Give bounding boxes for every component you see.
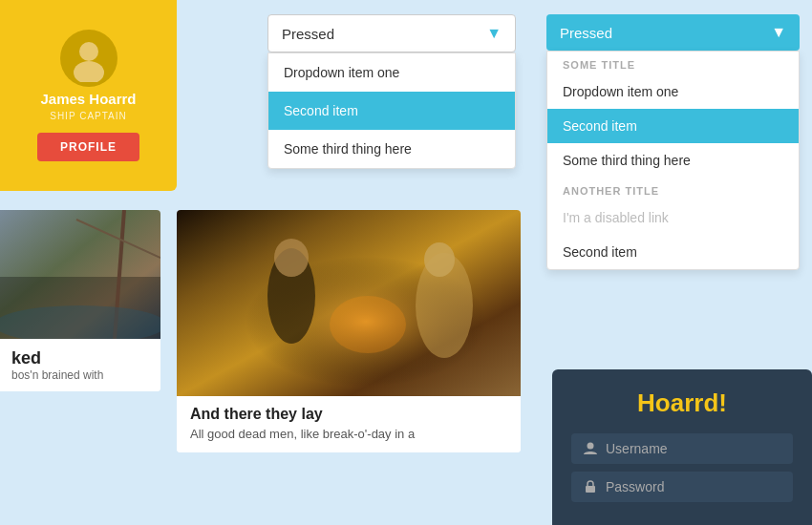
profile-button[interactable]: PROFILE [37, 133, 139, 161]
dropdown-simple-menu: Dropdown item one Second item Some third… [267, 52, 516, 169]
sec-item-3[interactable]: Some third thing here [547, 143, 799, 178]
svg-point-6 [0, 305, 160, 339]
svg-rect-15 [586, 486, 595, 493]
card-2-image [177, 210, 521, 396]
card-1-image [0, 210, 160, 339]
dropdown-sectioned-selected: Pressed [560, 25, 612, 41]
login-title: Hoarrd! [571, 388, 793, 418]
profile-card: James Hoarrd SHIP CAPTAIN PROFILE [0, 0, 177, 191]
password-input-wrap [571, 472, 793, 502]
chevron-down-icon-2: ▼ [771, 24, 786, 41]
dropdown-item-1[interactable]: Dropdown item one [268, 53, 515, 92]
section-title-1: SOME TITLE [547, 52, 799, 74]
card-2: And there they lay All good dead men, li… [177, 210, 521, 452]
section-title-2: ANOTHER TITLE [547, 178, 799, 200]
sec-item-disabled: I'm a disabled link [547, 200, 799, 235]
svg-point-14 [588, 443, 594, 450]
sec-item-1[interactable]: Dropdown item one [547, 74, 799, 109]
svg-point-12 [424, 242, 455, 277]
sec-item-2[interactable]: Second item [547, 109, 799, 143]
profile-name: James Hoarrd [40, 91, 136, 107]
login-box: Hoarrd! [552, 369, 812, 525]
card-1-body: ked bos'n brained with [0, 339, 160, 391]
dropdown-item-2[interactable]: Second item [268, 92, 515, 130]
profile-title: SHIP CAPTAIN [50, 111, 127, 121]
card-1-tag: ked [11, 348, 149, 368]
card-1: ked bos'n brained with [0, 210, 160, 391]
card-2-text: All good dead men, like break-o'-day in … [190, 427, 507, 441]
sec-item-4[interactable]: Second item [547, 235, 799, 269]
svg-point-10 [274, 239, 309, 277]
svg-point-13 [330, 296, 406, 353]
svg-point-0 [79, 42, 98, 61]
username-input-wrap [571, 433, 793, 464]
password-input[interactable] [606, 479, 781, 494]
painting-2-svg [177, 210, 521, 396]
dropdown-simple-selected: Pressed [282, 26, 334, 42]
dropdown-simple-trigger[interactable]: Pressed ▼ [267, 14, 516, 52]
card-2-body: And there they lay All good dead men, li… [177, 396, 521, 452]
username-input[interactable] [606, 441, 781, 456]
avatar-icon [65, 34, 113, 82]
painting-1-svg [0, 210, 160, 339]
dropdown-sectioned-menu: SOME TITLE Dropdown item one Second item… [546, 51, 800, 270]
dropdown-simple: Pressed ▼ Dropdown item one Second item … [267, 14, 516, 169]
avatar [60, 30, 118, 87]
dropdown-sectioned-trigger[interactable]: Pressed ▼ [546, 14, 800, 51]
lock-icon [583, 479, 598, 494]
svg-point-1 [74, 61, 104, 82]
dropdown-sectioned: Pressed ▼ SOME TITLE Dropdown item one S… [546, 14, 800, 270]
card-2-title: And there they lay [190, 406, 507, 423]
user-icon [583, 441, 598, 456]
card-1-sub: bos'n brained with [11, 368, 149, 382]
dropdown-item-3[interactable]: Some third thing here [268, 130, 515, 168]
chevron-down-icon: ▼ [486, 25, 502, 42]
